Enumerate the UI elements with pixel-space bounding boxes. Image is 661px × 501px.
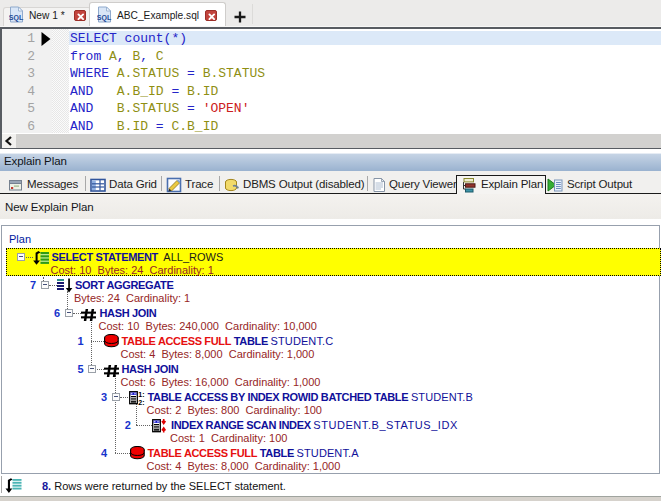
svg-text:1:: 1: bbox=[138, 391, 144, 398]
svg-text:2:: 2: bbox=[138, 398, 144, 405]
svg-text:SQL: SQL bbox=[9, 14, 24, 22]
svg-text:SQL: SQL bbox=[97, 14, 112, 22]
